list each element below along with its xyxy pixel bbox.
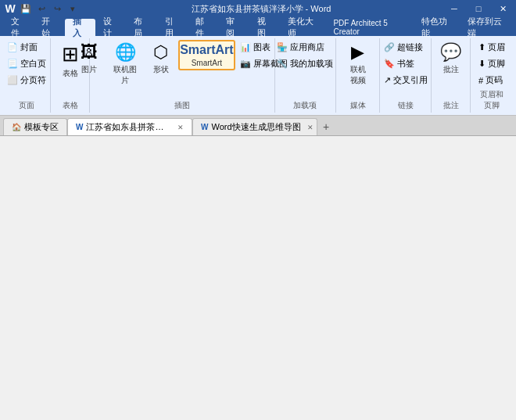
comments-group-label: 批注	[443, 99, 459, 111]
online-picture-icon: 🌐	[115, 42, 136, 63]
ribbon-group-comments: 💬 批注 批注	[432, 38, 471, 113]
page-break-btn[interactable]: ⬜ 分页符	[4, 73, 49, 88]
shapes-btn[interactable]: ⬡ 形状	[145, 40, 177, 77]
header-icon: ⬆	[478, 42, 486, 52]
word-icon: W	[3, 2, 17, 16]
pages-buttons: 📄 封面 📃 空白页 ⬜ 分页符	[4, 40, 49, 88]
customize-btn[interactable]: ▾	[66, 2, 80, 16]
footer-btn[interactable]: ⬇ 页脚	[475, 56, 508, 71]
save-btn[interactable]: 💾	[19, 2, 33, 16]
page-number-icon: #	[478, 76, 483, 85]
tab-review[interactable]: 审阅	[218, 19, 249, 36]
smartart-icon: SmartArt	[180, 43, 233, 57]
page-number-btn[interactable]: # 页码	[475, 73, 508, 88]
ribbon-group-media: ▶ 联机视频 媒体	[336, 38, 381, 113]
tab-file[interactable]: 文件	[3, 19, 34, 36]
links-group-label: 链接	[398, 99, 414, 111]
hyperlink-icon: 🔗	[384, 42, 395, 52]
main-tab-icon: W	[76, 123, 83, 131]
mindmap-tab-icon: W	[201, 123, 208, 131]
ribbon-group-illustrations: 🖼 图片 🌐 联机图片 ⬡ 形状 SmartArt SmartArt 📊 图表	[90, 38, 275, 113]
app-title: 江苏省如东县拼茶镇泮泽小学 - Word	[80, 3, 443, 15]
tab-beautify[interactable]: 美化大师	[280, 19, 326, 36]
chart-icon: 📊	[240, 42, 251, 52]
smartart-btn[interactable]: SmartArt SmartArt	[178, 40, 235, 70]
my-addins-btn[interactable]: 🔧 我的加载项	[274, 56, 336, 71]
tab-view[interactable]: 视图	[249, 19, 280, 36]
doc-tab-template[interactable]: 🏠 模板专区	[3, 118, 67, 135]
hyperlink-btn[interactable]: 🔗 超链接	[381, 40, 431, 55]
tab-save-cloud[interactable]: 保存到云端	[460, 19, 513, 36]
maximize-btn[interactable]: □	[467, 0, 490, 17]
tab-mailings[interactable]: 邮件	[188, 19, 218, 36]
new-tab-btn[interactable]: +	[317, 118, 335, 135]
cover-icon: 📄	[7, 42, 18, 52]
template-tab-icon: 🏠	[12, 123, 21, 131]
doc-tabs-bar: 🏠 模板专区 W 江苏省如东县拼茶镇泮泽小学 ✕ W Word快速生成思维导图 …	[0, 116, 516, 136]
tab-design[interactable]: 设计	[95, 19, 126, 36]
pages-group-label: 页面	[19, 99, 34, 111]
comment-icon: 💬	[440, 42, 461, 63]
ribbon-group-pages: 📄 封面 📃 空白页 ⬜ 分页符 页面	[3, 38, 51, 113]
ribbon-group-addins: 🏪 应用商店 🔧 我的加载项 加载项	[275, 38, 336, 113]
crossref-icon: ↗	[384, 75, 391, 85]
template-tab-label: 模板专区	[24, 121, 59, 133]
picture-btn[interactable]: 🖼 图片	[73, 40, 105, 77]
ribbon-group-links: 🔗 超链接 🔖 书签 ↗ 交叉引用 链接	[380, 38, 432, 113]
addins-group-label: 加载项	[293, 99, 317, 111]
title-bar: W 💾 ↩ ↪ ▾ 江苏省如东县拼茶镇泮泽小学 - Word ─ □ ✕	[0, 0, 516, 17]
page-break-icon: ⬜	[7, 75, 18, 85]
tab-layout[interactable]: 布局	[126, 19, 156, 36]
tab-home[interactable]: 开始	[34, 19, 64, 36]
minimize-btn[interactable]: ─	[443, 0, 466, 17]
table-group-label: 表格	[63, 99, 78, 111]
cover-btn[interactable]: 📄 封面	[4, 40, 49, 55]
online-video-icon: ▶	[351, 42, 364, 63]
close-btn[interactable]: ✕	[491, 0, 514, 17]
app-store-btn[interactable]: 🏪 应用商店	[274, 40, 336, 55]
redo-btn[interactable]: ↪	[50, 2, 64, 16]
shapes-icon: ⬡	[153, 42, 168, 63]
online-video-btn[interactable]: ▶ 联机视频	[342, 40, 374, 88]
main-tab-close[interactable]: ✕	[177, 124, 184, 131]
header-btn[interactable]: ⬆ 页眉	[475, 40, 508, 55]
mindmap-tab-label: Word快速生成思维导图	[211, 121, 300, 133]
main-tab-label: 江苏省如东县拼茶镇泮泽小学	[86, 121, 171, 133]
comment-btn[interactable]: 💬 批注	[435, 40, 467, 77]
illustrations-group-label: 插图	[174, 99, 190, 111]
bookmark-btn[interactable]: 🔖 书签	[381, 56, 431, 71]
crossref-btn[interactable]: ↗ 交叉引用	[381, 73, 431, 88]
illustrations-items: 🖼 图片 🌐 联机图片 ⬡ 形状 SmartArt SmartArt 📊 图表	[73, 40, 290, 99]
picture-icon: 🖼	[81, 42, 98, 63]
media-group-label: 媒体	[350, 99, 366, 111]
doc-tab-main[interactable]: W 江苏省如东县拼茶镇泮泽小学 ✕	[67, 118, 192, 135]
footer-icon: ⬇	[478, 59, 486, 69]
doc-tab-mindmap[interactable]: W Word快速生成思维导图 ✕	[192, 118, 317, 135]
quick-access-toolbar: W 💾 ↩ ↪ ▾	[0, 2, 80, 16]
bookmark-icon: 🔖	[384, 59, 395, 69]
app-store-icon: 🏪	[277, 42, 288, 52]
mindmap-tab-close[interactable]: ✕	[307, 124, 314, 131]
window-controls: ─ □ ✕	[443, 0, 516, 17]
ribbon-group-pages-items: 📄 封面 📃 空白页 ⬜ 分页符	[4, 40, 49, 99]
blank-page-icon: 📃	[7, 59, 18, 69]
tab-insert[interactable]: 插入	[65, 19, 95, 36]
online-picture-btn[interactable]: 🌐 联机图片	[106, 40, 144, 88]
ribbon-tabs: 文件 开始 插入 设计 布局 引用 邮件 审阅 视图 美化大师 PDF Arch…	[0, 17, 516, 36]
undo-btn[interactable]: ↩	[34, 2, 48, 16]
tab-references[interactable]: 引用	[157, 19, 188, 36]
tab-feature[interactable]: 特色功能	[414, 19, 460, 36]
ribbon-content: 📄 封面 📃 空白页 ⬜ 分页符 页面 ⊞ 表格 表格	[0, 36, 516, 116]
ribbon-group-headerfooter: ⬆ 页眉 ⬇ 页脚 # 页码 页眉和页脚	[471, 38, 513, 113]
my-addins-icon: 🔧	[277, 59, 288, 69]
blank-page-btn[interactable]: 📃 空白页	[4, 56, 49, 71]
screenshot-icon: 📷	[240, 59, 251, 69]
tab-pdf[interactable]: PDF Architect 5 Creator	[325, 19, 414, 36]
headerfooter-group-label: 页眉和页脚	[477, 88, 507, 111]
